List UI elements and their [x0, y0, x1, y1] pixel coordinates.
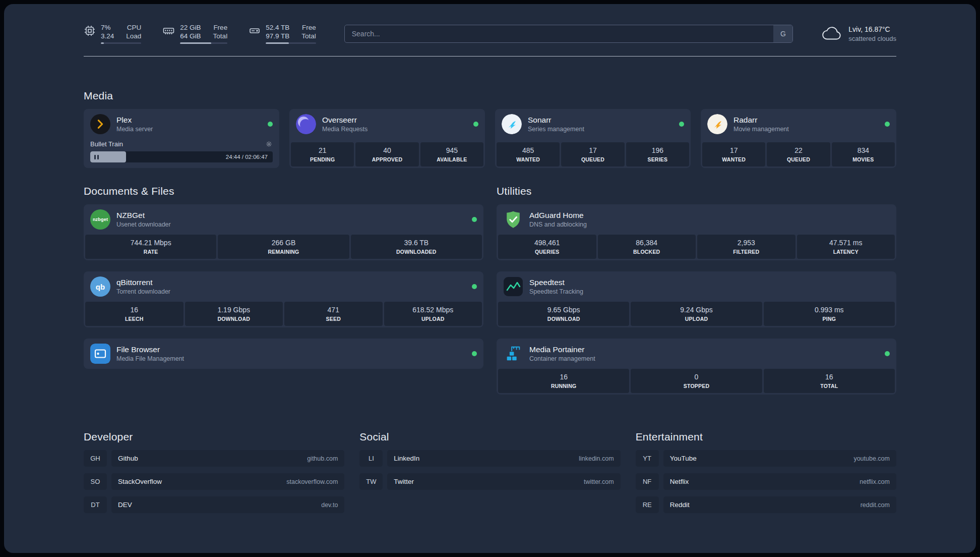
- memory-free: 22 GiB: [180, 23, 201, 32]
- service-card-portainer[interactable]: Media Portainer Container management 16 …: [497, 339, 896, 395]
- stat-blocked: 86,384 BLOCKED: [598, 235, 696, 259]
- cpu-label-1: CPU: [126, 23, 141, 32]
- speedtest-icon: [503, 276, 523, 297]
- stat-upload: 9.24 Gbps UPLOAD: [631, 302, 762, 326]
- bookmark-stackoverflow[interactable]: SO StackOverflow stackoverflow.com: [84, 473, 344, 490]
- memory-total: 64 GiB: [180, 32, 201, 40]
- service-card-qbittorrent[interactable]: qb qBittorrent Torrent downloader 16: [84, 271, 483, 327]
- cloud-icon: [821, 26, 842, 42]
- service-subtitle: Usenet downloader: [116, 220, 171, 229]
- service-title: Sonarr: [528, 115, 584, 125]
- playback-time: 24:44 / 02:06:47: [226, 154, 268, 160]
- service-card-sonarr[interactable]: Sonarr Series management 485 WANTED 17 Q…: [495, 109, 691, 168]
- bookmark-youtube[interactable]: YT YouTube youtube.com: [636, 450, 896, 467]
- bookmark-abbr: DT: [84, 496, 107, 513]
- section-heading-entertainment: Entertainment: [636, 431, 896, 443]
- service-card-radarr[interactable]: Radarr Movie management 17 WANTED 22 QUE…: [701, 109, 896, 168]
- service-card-overseerr[interactable]: Overseerr Media Requests 21 PENDING 40 A…: [289, 109, 485, 168]
- disk-free: 52.4 TB: [266, 23, 289, 32]
- bookmark-github[interactable]: GH Github github.com: [84, 450, 344, 467]
- bookmark-abbr: GH: [84, 450, 107, 467]
- section-media: Media Plex Media server: [84, 90, 896, 168]
- section-heading-developer: Developer: [84, 431, 344, 443]
- bookmark-url: netflix.com: [860, 478, 890, 485]
- bookmark-name: Reddit: [670, 501, 690, 509]
- qbittorrent-icon-text: qb: [96, 283, 105, 291]
- service-card-speedtest[interactable]: Speedtest Speedtest Tracking 9.65 Gbps D…: [497, 271, 896, 327]
- service-subtitle: Torrent downloader: [116, 288, 170, 296]
- service-card-nzbget[interactable]: nzbget NZBGet Usenet downloader 744.21 M…: [84, 204, 483, 260]
- portainer-icon: [503, 344, 523, 364]
- disk-icon: [249, 25, 261, 37]
- service-title: File Browser: [116, 345, 184, 354]
- bookmark-abbr: NF: [636, 473, 659, 490]
- bookmark-url: dev.to: [321, 502, 338, 509]
- cpu-progress-fill: [101, 42, 104, 44]
- bookmark-abbr: SO: [84, 473, 107, 490]
- stat-available: 945 AVAILABLE: [420, 142, 483, 166]
- memory-widget: 22 GiB Free 64 GiB Total: [162, 23, 227, 44]
- stat-ping: 0.993 ms PING: [764, 302, 895, 326]
- bookmark-url: linkedin.com: [579, 455, 614, 462]
- playback-progress-bar[interactable]: 24:44 / 02:06:47: [90, 151, 273, 162]
- service-card-plex[interactable]: Plex Media server Bullet Train: [84, 109, 279, 168]
- service-title: NZBGet: [116, 210, 171, 220]
- bookmark-reddit[interactable]: RE Reddit reddit.com: [636, 496, 896, 513]
- service-subtitle: Speedtest Tracking: [529, 288, 583, 296]
- bookmark-twitter[interactable]: TW Twitter twitter.com: [359, 473, 620, 490]
- service-title: Overseerr: [322, 115, 368, 125]
- bookmark-name: Github: [118, 455, 138, 462]
- stat-download: 1.19 Gbps DOWNLOAD: [185, 302, 283, 326]
- bookmark-abbr: LI: [359, 450, 383, 467]
- section-heading-utilities: Utilities: [497, 185, 896, 197]
- radarr-icon: [707, 114, 727, 134]
- bookmark-name: StackOverflow: [118, 478, 162, 485]
- service-subtitle: Media server: [116, 125, 153, 133]
- pause-icon[interactable]: [94, 155, 99, 159]
- disk-progress-fill: [266, 42, 289, 44]
- settings-gear-icon[interactable]: [265, 140, 273, 148]
- stat-download: 9.65 Gbps DOWNLOAD: [498, 302, 629, 326]
- stat-remaining: 266 GB REMAINING: [218, 235, 349, 259]
- section-documents: Documents & Files nzbget NZBGet Usenet d…: [84, 185, 483, 395]
- sonarr-icon: [502, 114, 522, 134]
- bookmark-url: youtube.com: [853, 455, 890, 462]
- bookmark-abbr: TW: [359, 473, 383, 490]
- bookmark-url: reddit.com: [861, 502, 890, 509]
- weather-widget: Lviv, 16.87°C scattered clouds: [821, 25, 896, 42]
- search-input[interactable]: [345, 25, 774, 42]
- service-card-adguard[interactable]: AdGuard Home DNS and adblocking 498,461 …: [497, 204, 896, 260]
- stat-seed: 471 SEED: [284, 302, 383, 326]
- cpu-widget: 7% CPU 3.24 Load: [84, 23, 141, 44]
- stat-approved: 40 APPROVED: [355, 142, 418, 166]
- service-subtitle: Media File Management: [116, 355, 184, 363]
- status-dot: [885, 351, 890, 356]
- disk-total: 97.9 TB: [266, 32, 289, 40]
- stat-upload: 618.52 Mbps UPLOAD: [384, 302, 482, 326]
- disk-label-1: Free: [301, 23, 316, 32]
- bookmark-netflix[interactable]: NF Netflix netflix.com: [636, 473, 896, 490]
- stat-running: 16 RUNNING: [498, 369, 629, 393]
- search-provider-button[interactable]: G: [773, 25, 792, 42]
- cpu-load: 3.24: [101, 32, 114, 40]
- bookmark-group-entertainment: Entertainment YT YouTube youtube.com NF …: [636, 431, 896, 513]
- bookmark-url: twitter.com: [584, 478, 614, 485]
- service-subtitle: Media Requests: [322, 125, 368, 133]
- bookmark-linkedin[interactable]: LI LinkedIn linkedin.com: [359, 450, 620, 467]
- now-playing-title: Bullet Train: [90, 140, 123, 148]
- service-subtitle: Series management: [528, 125, 584, 133]
- status-dot: [472, 351, 477, 356]
- bookmark-name: Twitter: [394, 478, 414, 485]
- top-bar: 7% CPU 3.24 Load: [84, 4, 896, 44]
- adguard-icon: [503, 209, 523, 230]
- section-heading-social: Social: [359, 431, 620, 443]
- filebrowser-icon: [90, 344, 110, 364]
- service-card-filebrowser[interactable]: File Browser Media File Management: [84, 339, 483, 369]
- stat-filtered: 2,953 FILTERED: [697, 235, 795, 259]
- cpu-icon: [84, 25, 96, 37]
- bookmark-dev[interactable]: DT DEV dev.to: [84, 496, 344, 513]
- weather-location: Lviv, 16.87°C: [848, 25, 896, 33]
- weather-condition: scattered clouds: [848, 35, 896, 42]
- nzbget-icon-text: nzbget: [93, 217, 108, 222]
- search-bar: G: [344, 25, 793, 43]
